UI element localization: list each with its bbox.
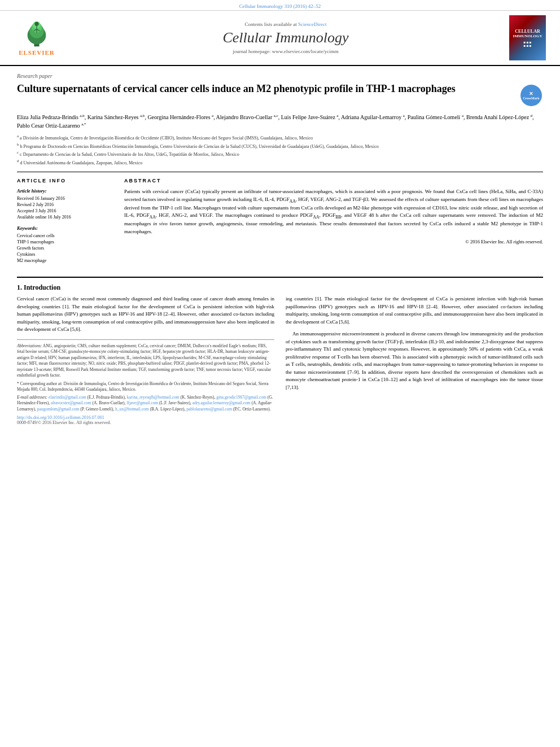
journal-cover: CELLULAR IMMUNOLOGY ■ ■ ■ ■ ■ ■: [509, 15, 549, 60]
email-link-9[interactable]: pablolazareno@gmail.com: [186, 407, 232, 412]
corresponding-author-text: * Corresponding author at: División de I…: [17, 381, 274, 393]
email-link-3[interactable]: gina.geodic1967@gmail.com: [216, 395, 266, 400]
crossmark-icon: ✕ CrossMark: [520, 85, 542, 106]
abstract-column: ABSTRACT Patients with cervical cancer (…: [124, 178, 543, 264]
article-info-header: ARTICLE INFO: [17, 178, 113, 184]
header-section: ELSEVIER Contents lists available at Sci…: [0, 11, 560, 66]
keywords-section: Keywords: Cervical cancer cells THP-1 ma…: [17, 225, 113, 263]
authors-line: Eliza Julia Pedraza-Brindis a,b, Karina …: [17, 113, 543, 130]
article-title: Culture supernatants of cervical cancer …: [17, 82, 515, 95]
doi-anchor[interactable]: http://dx.doi.org/10.1016/j.cellimm.2016…: [17, 415, 104, 420]
email-link-5[interactable]: lfjave@gmail.com: [126, 400, 158, 405]
svg-point-5: [34, 22, 38, 26]
elsevier-brand-name: ELSEVIER: [19, 49, 55, 56]
copyright-line: © 2016 Elsevier Inc. All rights reserved…: [124, 239, 543, 244]
intro-paragraph-1: Cervical cancer (CxCa) is the second mos…: [17, 295, 274, 334]
intro-paragraph-2: An immunosuppressive microenvironment is…: [286, 330, 543, 391]
journal-header-center: Contents lists available at ScienceDirec…: [62, 21, 509, 54]
cover-image: CELLULAR IMMUNOLOGY ■ ■ ■ ■ ■ ■: [509, 15, 546, 60]
science-direct-anchor[interactable]: ScienceDirect: [298, 21, 326, 27]
page: Cellular Immunology 310 (2016) 42–52 ELS…: [0, 0, 560, 747]
available-date: Available online 16 July 2016: [17, 215, 113, 220]
header-divider: [17, 172, 543, 172]
crossmark-badge[interactable]: ✕ CrossMark: [520, 85, 543, 107]
keyword-2: THP-1 macrophages: [17, 239, 113, 244]
article-title-row: Culture supernatants of cervical cancer …: [17, 82, 543, 107]
affiliation-d: d d Universidad Autónoma de Guadalajara,…: [17, 159, 543, 166]
article-info-column: ARTICLE INFO Article history: Received 1…: [17, 178, 113, 264]
doi-link[interactable]: http://dx.doi.org/10.1016/j.cellimm.2016…: [17, 415, 274, 420]
journal-citation: Cellular Immunology 310 (2016) 42–52: [239, 3, 321, 9]
elsevier-logo: ELSEVIER: [11, 20, 62, 56]
keywords-label: Keywords:: [17, 225, 113, 231]
science-direct-link[interactable]: Contents lists available at ScienceDirec…: [68, 21, 504, 27]
main-content-divider: [17, 277, 543, 278]
abstract-header: ABSTRACT: [124, 178, 543, 184]
abbreviations-text: Abbreviations: ANG, angiopoietin; CMS, c…: [17, 343, 274, 379]
journal-name: Cellular Immunology: [68, 29, 504, 46]
keyword-4: Cytokines: [17, 252, 113, 257]
email-link-1[interactable]: elairindis@gmail.com: [49, 395, 86, 400]
article-type-label: Research paper: [17, 73, 543, 79]
elsevier-tree-icon: [20, 20, 54, 48]
accepted-date: Accepted 3 July 2016: [17, 208, 113, 213]
footnote-section: Abbreviations: ANG, angiopoietin; CMS, c…: [17, 339, 274, 426]
keyword-1: Cervical cancer cells: [17, 233, 113, 238]
received-date: Received 16 January 2016: [17, 196, 113, 201]
journal-homepage[interactable]: journal homepage: www.elsevier.com/locat…: [68, 49, 504, 54]
keyword-5: M2 macrophage: [17, 258, 113, 263]
journal-top-bar: Cellular Immunology 310 (2016) 42–52: [0, 0, 560, 11]
article-content: Research paper Culture supernatants of c…: [0, 66, 560, 271]
affiliation-a: a a División de Inmunología, Centro de I…: [17, 134, 543, 141]
email-link-7[interactable]: paugomlom@gmail.com: [37, 407, 80, 412]
intro-left-column: Cervical cancer (CxCa) is the second mos…: [17, 295, 274, 425]
intro-paragraph-2-continuation: ing countries [1]. The main etiological …: [286, 295, 543, 326]
introduction-title: 1. Introduction: [17, 283, 543, 292]
email-link-4[interactable]: alravocster@gmail.com: [51, 400, 91, 405]
abbreviations-label: Abbreviations:: [17, 343, 42, 348]
contents-text: Contents lists available at: [245, 21, 297, 27]
rights-text: 0008-8749/© 2016 Elsevier Inc. All right…: [17, 420, 274, 425]
introduction-columns: Cervical cancer (CxCa) is the second mos…: [17, 295, 543, 425]
email-link-6[interactable]: adry.aguilar.lemarroy@gmail.com: [193, 400, 251, 405]
keyword-3: Growth factors: [17, 246, 113, 251]
revised-date: Revised 2 July 2016: [17, 202, 113, 207]
email-link-8[interactable]: h_ux@hotmail.com: [115, 407, 149, 412]
affiliation-b: b b Programa de Doctorado en Ciencias Bi…: [17, 142, 543, 150]
affiliation-c: c c Departamento de Ciencias de la Salud…: [17, 150, 543, 158]
abstract-text: Patients with cervical cancer (CxCa) typ…: [124, 188, 543, 235]
intro-right-column: ing countries [1]. The main etiological …: [286, 295, 543, 425]
affiliations: a a División de Inmunología, Centro de I…: [17, 134, 543, 166]
email-link-2[interactable]: karina_reyesqfb@hotmail.com: [127, 395, 180, 400]
email-addresses-text: E-mail addresses: elairindis@gmail.com (…: [17, 395, 274, 413]
article-history-label: Article history:: [17, 188, 113, 194]
info-abstract-columns: ARTICLE INFO Article history: Received 1…: [17, 178, 543, 264]
introduction-section: 1. Introduction Cervical cancer (CxCa) i…: [0, 283, 560, 425]
